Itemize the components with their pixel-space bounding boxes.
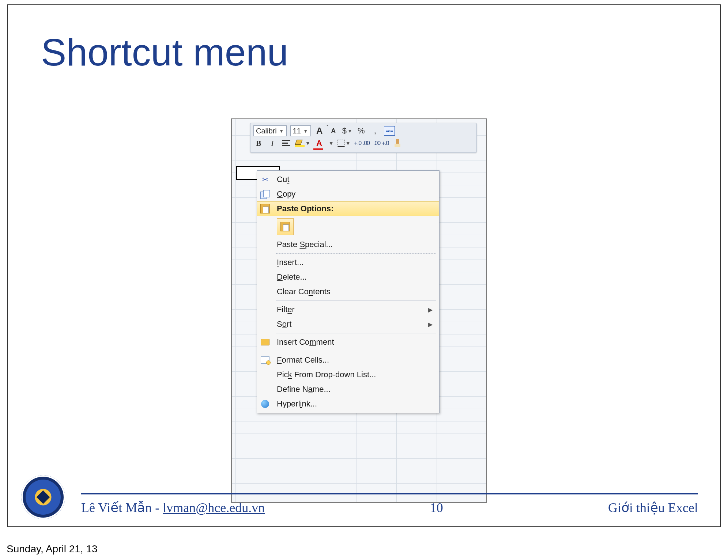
brush-icon (394, 139, 401, 147)
blank-icon (257, 237, 273, 252)
borders-button[interactable]: ▼ (337, 138, 351, 149)
align-icon (282, 140, 290, 147)
menu-label: Paste Options: (273, 204, 333, 213)
font-size-value: 11 (293, 127, 301, 135)
submenu-arrow-icon: ▶ (428, 321, 433, 328)
excel-screenshot: Calibri ▼ 11 ▼ Aˆ A $▼ % , =a= B I ▼ A▼ (231, 118, 487, 503)
menu-cut[interactable]: ✂ Cut (257, 172, 439, 187)
fill-color-button[interactable]: ▼ (295, 138, 310, 149)
menu-label: Insert... (273, 258, 303, 267)
decrease-decimal-button[interactable]: .00 +.0 (373, 138, 389, 149)
menu-label: Clear Contents (273, 287, 331, 296)
font-size-combo[interactable]: 11 ▼ (290, 125, 311, 136)
menu-separator (276, 253, 436, 254)
menu-separator (276, 300, 436, 301)
footer-author-name: Lê Viết Mẫn - (81, 500, 163, 515)
align-button[interactable] (281, 138, 291, 149)
menu-label: Delete... (273, 272, 307, 282)
clipboard-icon (280, 222, 290, 231)
paste-option-button[interactable] (277, 218, 294, 235)
menu-insert[interactable]: Insert... (257, 255, 439, 270)
context-menu: ✂ Cut Copy Paste Options: Paste Special.… (257, 170, 440, 413)
border-icon (337, 140, 345, 147)
bold-button[interactable]: B (253, 138, 264, 149)
footer-topic: Giới thiệu Excel (608, 500, 698, 515)
menu-label: Cut (273, 175, 289, 184)
footer-divider (81, 493, 698, 495)
menu-separator (276, 333, 436, 333)
menu-delete[interactable]: Delete... (257, 270, 439, 284)
menu-clear-contents[interactable]: Clear Contents (257, 284, 439, 299)
menu-format-cells[interactable]: Format Cells... (257, 353, 439, 367)
font-name-value: Calibri (256, 127, 277, 135)
menu-paste-options[interactable]: Paste Options: (257, 201, 439, 216)
currency-button[interactable]: $▼ (342, 125, 352, 136)
menu-label: Hyperlink... (273, 399, 317, 409)
slide-footer: Lê Viết Mẫn - lvman@hce.edu.vn 10 Giới t… (30, 493, 698, 515)
menu-pick-list[interactable]: Pick From Drop-down List... (257, 367, 439, 382)
menu-insert-comment[interactable]: Insert Comment (257, 335, 439, 349)
font-color-letter: A (316, 139, 322, 148)
grow-font-button[interactable]: Aˆ (314, 125, 325, 136)
menu-label: Format Cells... (273, 355, 329, 365)
blank-icon (257, 317, 273, 332)
page-number: 10 (430, 500, 443, 515)
font-color-button[interactable]: A (314, 138, 324, 149)
mini-toolbar: Calibri ▼ 11 ▼ Aˆ A $▼ % , =a= B I ▼ A▼ (250, 123, 477, 153)
menu-separator (276, 351, 436, 351)
shrink-font-letter: A (331, 127, 336, 135)
menu-label: Insert Comment (273, 337, 334, 347)
abc-format-button[interactable]: =a= (384, 126, 395, 136)
format-painter-button[interactable] (392, 138, 403, 149)
blank-icon (257, 270, 273, 284)
blank-icon (257, 382, 273, 397)
menu-label: Pick From Drop-down List... (273, 370, 376, 379)
scissors-icon: ✂ (257, 172, 273, 187)
menu-label: Define Name... (273, 385, 331, 394)
comma-button[interactable]: , (370, 125, 380, 136)
percent-button[interactable]: % (356, 125, 366, 136)
globe-icon (257, 397, 273, 411)
presenter-timestamp: Sunday, April 21, 13 (7, 543, 98, 555)
menu-label: Sort (273, 319, 291, 329)
menu-define-name[interactable]: Define Name... (257, 382, 439, 397)
menu-hyperlink[interactable]: Hyperlink... (257, 397, 439, 411)
chevron-down-icon: ▼ (279, 128, 284, 134)
chevron-down-icon: ▼ (329, 140, 334, 146)
menu-label: Filter (273, 305, 295, 314)
format-cells-icon (257, 353, 273, 367)
copy-icon (257, 187, 273, 201)
currency-label: $ (342, 126, 347, 136)
font-name-combo[interactable]: Calibri ▼ (253, 125, 287, 136)
slide-frame: Shortcut menu Calibri ▼ 11 ▼ Aˆ A $▼ % ,… (7, 4, 721, 527)
increase-decimal-button[interactable]: +.0 .00 (354, 138, 370, 149)
slide-title: Shortcut menu (41, 31, 288, 74)
menu-sort[interactable]: Sort ▶ (257, 317, 439, 332)
folder-icon (257, 335, 273, 349)
menu-label: Paste Special... (273, 240, 333, 249)
submenu-arrow-icon: ▶ (428, 306, 433, 313)
shrink-font-button[interactable]: A (328, 125, 339, 136)
grow-font-letter: A (316, 126, 322, 136)
italic-button[interactable]: I (267, 138, 278, 149)
blank-icon (257, 255, 273, 270)
footer-author: Lê Viết Mẫn - lvman@hce.edu.vn (81, 500, 265, 515)
blank-icon (257, 302, 273, 317)
menu-filter[interactable]: Filter ▶ (257, 302, 439, 317)
blank-icon (257, 284, 273, 299)
paint-bucket-icon (295, 140, 305, 147)
footer-author-mail[interactable]: lvman@hce.edu.vn (163, 500, 265, 515)
menu-label: Copy (273, 189, 295, 199)
chevron-down-icon: ▼ (303, 128, 308, 134)
blank-icon (257, 367, 273, 382)
clipboard-icon (257, 202, 273, 216)
menu-copy[interactable]: Copy (257, 187, 439, 201)
menu-paste-special[interactable]: Paste Special... (257, 237, 439, 252)
